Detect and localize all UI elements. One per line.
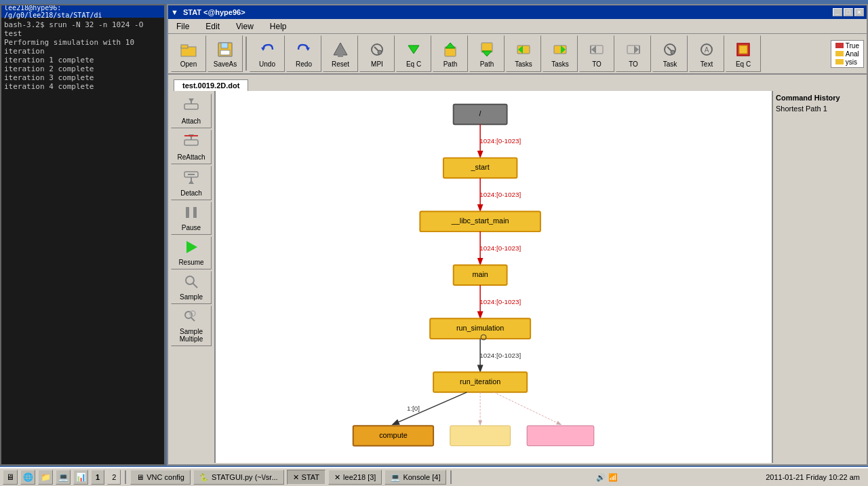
detach-sidebar-label: Detach xyxy=(180,189,202,197)
task-icon xyxy=(660,40,679,59)
toolbar-btn-mpi[interactable]: MPI xyxy=(359,35,395,72)
app-title-controls: _ □ × xyxy=(833,8,864,16)
close-button[interactable]: × xyxy=(854,8,864,16)
desktop-1-btn[interactable]: 1 xyxy=(91,470,104,485)
toolbar-btn-saveas[interactable]: SaveAs xyxy=(208,35,243,72)
reset-label: Reset xyxy=(332,60,349,68)
taskbar-statgui[interactable]: 🐍 STATGUI.py (~\/sr... xyxy=(193,470,284,485)
toolbar-btn-tasks1[interactable]: Tasks xyxy=(506,35,541,72)
command-history-label: Command History xyxy=(776,94,864,102)
redo-icon xyxy=(294,40,313,59)
vnc-icon: 🖥 xyxy=(136,473,144,481)
toolbar-btn-redo[interactable]: Redo xyxy=(286,35,321,72)
samplemultiple-sidebar-icon xyxy=(184,309,199,326)
to1-icon xyxy=(587,40,606,59)
main-app-window: ▼ STAT <@hype96> _ □ × FileEditViewHelp … xyxy=(167,4,868,466)
desktop-2-btn[interactable]: 2 xyxy=(107,470,121,485)
canvas-area[interactable]: / 1024:[0-1023] _start 1024:[0-1023] __l… xyxy=(216,91,772,463)
toolbar-btn-eqc2[interactable]: Eq C xyxy=(726,35,761,72)
svg-rect-37 xyxy=(184,140,198,145)
sidebar-btn-reattach[interactable]: ReAttach xyxy=(171,130,212,164)
toolbar-btn-path1[interactable]: Path xyxy=(433,35,468,72)
tasks2-label: Tasks xyxy=(551,60,569,68)
menu-item-file[interactable]: File xyxy=(171,20,195,33)
taskbar-vnc[interactable]: 🖥 VNC config xyxy=(130,470,191,485)
svg-point-11 xyxy=(378,50,382,54)
terminal-titlebar: lee218@hype96: /g/g0/lee218/sta/STAT/di xyxy=(1,5,164,18)
toolbar-btn-to2[interactable]: TO xyxy=(616,35,651,72)
main-tab[interactable]: test.0019.2D.dot xyxy=(174,79,248,91)
svg-text:1024:[0-1023]: 1024:[0-1023] xyxy=(479,352,521,359)
main-content: AttachReAttachDetachPauseResumeSampleSam… xyxy=(168,91,867,463)
toolbar-btn-open[interactable]: Open xyxy=(171,35,206,72)
taskbar-icon-3[interactable]: 📁 xyxy=(38,470,53,485)
menu-item-view[interactable]: View xyxy=(231,20,259,33)
sidebar: AttachReAttachDetachPauseResumeSampleSam… xyxy=(168,91,216,463)
app-title: ▼ STAT <@hype96> xyxy=(171,8,245,16)
svg-text:run_simulation: run_simulation xyxy=(456,324,504,332)
menu-bar: FileEditViewHelp xyxy=(168,19,867,34)
terminal-line: bash-3.2$ srun -N 32 -n 1024 -O test xyxy=(4,20,161,38)
terminal-line: iteration 2 complete xyxy=(4,64,161,73)
svg-marker-7 xyxy=(334,43,347,55)
toolbar-btn-task[interactable]: Task xyxy=(652,35,688,72)
toolbar-btn-text[interactable]: AText xyxy=(689,35,724,72)
legend-color-yellow2 xyxy=(835,59,844,64)
menu-item-help[interactable]: Help xyxy=(264,20,292,33)
toolbar-btn-undo[interactable]: Undo xyxy=(250,35,285,72)
toolbar: OpenSaveAsUndoRedoResetMPIEq CPathPathTa… xyxy=(168,34,867,75)
toolbar-btn-path2[interactable]: Path xyxy=(469,35,505,72)
saveas-label: SaveAs xyxy=(214,60,237,68)
sidebar-btn-attach[interactable]: Attach xyxy=(171,94,212,128)
terminal-line xyxy=(4,91,161,100)
maximize-button[interactable]: □ xyxy=(844,8,853,16)
tasks2-icon xyxy=(551,40,570,59)
svg-text:compute: compute xyxy=(379,431,408,439)
eqc-label: Eq C xyxy=(406,60,421,68)
sidebar-btn-detach[interactable]: Detach xyxy=(171,166,212,200)
reattach-sidebar-icon xyxy=(182,133,201,152)
svg-text:__libc_start_main: __libc_start_main xyxy=(451,217,509,225)
legend-box: True Anal ysis xyxy=(831,40,864,68)
taskbar-icon-1[interactable]: 🖥 xyxy=(3,470,18,485)
svg-rect-45 xyxy=(186,207,189,218)
toolbar-btn-reset[interactable]: Reset xyxy=(323,35,358,72)
sidebar-btn-sample[interactable]: Sample xyxy=(171,271,212,304)
to2-icon xyxy=(624,40,643,59)
path1-label: Path xyxy=(443,60,458,68)
taskbar-icon-2[interactable]: 🌐 xyxy=(20,470,35,485)
saveas-icon xyxy=(216,40,235,59)
terminal-line: iteration 4 complete xyxy=(4,82,161,91)
toolbar-btn-tasks2[interactable]: Tasks xyxy=(542,35,578,72)
taskbar-stat[interactable]: ✕ STAT xyxy=(287,470,326,485)
svg-marker-36 xyxy=(189,98,194,102)
toolbar-btn-eqc[interactable]: Eq C xyxy=(396,35,431,72)
flow-container[interactable]: / 1024:[0-1023] _start 1024:[0-1023] __l… xyxy=(216,91,772,463)
svg-line-69 xyxy=(393,392,467,424)
svg-marker-6 xyxy=(306,48,310,51)
minimize-button[interactable]: _ xyxy=(833,8,842,16)
sidebar-btn-samplemultiple[interactable]: Sample Multiple xyxy=(171,305,212,346)
reset-icon xyxy=(331,40,350,59)
terminal-content: bash-3.2$ srun -N 32 -n 1024 -O testPerf… xyxy=(4,20,161,100)
svg-text:_start: _start xyxy=(471,163,490,171)
svg-point-52 xyxy=(190,311,195,316)
sidebar-btn-pause[interactable]: Pause xyxy=(171,202,212,235)
toolbar-btn-to1[interactable]: TO xyxy=(579,35,614,72)
node-faint-center xyxy=(450,426,511,446)
taskbar-lee218[interactable]: ✕ lee218 [3] xyxy=(328,470,382,485)
svg-text:1024:[0-1023]: 1024:[0-1023] xyxy=(479,191,521,198)
tasks1-icon xyxy=(514,40,533,59)
path2-icon xyxy=(477,40,496,59)
svg-text:1024:[0-1023]: 1024:[0-1023] xyxy=(479,298,521,305)
svg-marker-43 xyxy=(189,180,194,184)
konsole-icon: 💻 xyxy=(391,473,400,482)
taskbar-konsole[interactable]: 💻 Konsole [4] xyxy=(384,470,446,485)
app-title-bar: ▼ STAT <@hype96> _ □ × xyxy=(168,5,867,19)
svg-point-29 xyxy=(671,50,675,54)
taskbar-icon-4[interactable]: 💻 xyxy=(56,470,71,485)
taskbar-icon-5[interactable]: 📊 xyxy=(73,470,88,485)
sample-sidebar-icon xyxy=(184,274,199,292)
sidebar-btn-resume[interactable]: Resume xyxy=(171,236,212,269)
menu-item-edit[interactable]: Edit xyxy=(200,20,225,33)
